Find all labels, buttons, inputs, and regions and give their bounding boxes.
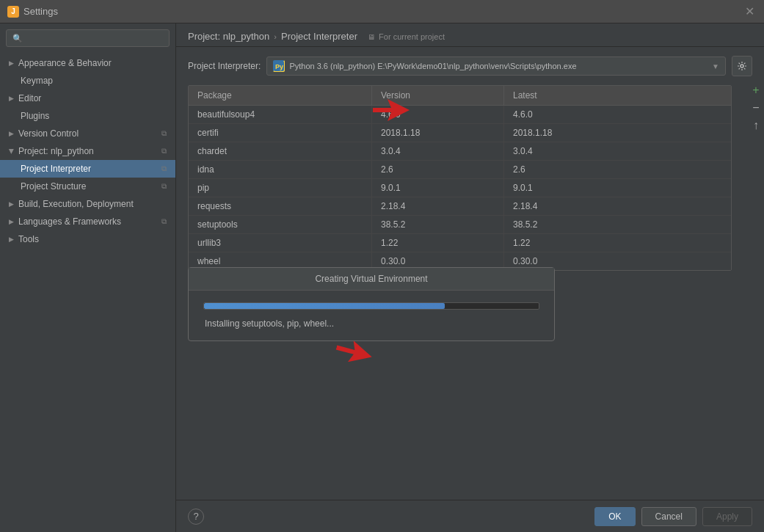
package-latest: 9.0.1 [504,179,731,197]
package-name: idna [189,161,372,178]
sidebar-label: Languages & Frameworks [18,216,121,227]
python-icon: Py [273,60,285,72]
table-row[interactable]: beautifulsoup44.6.04.6.0 [189,106,731,124]
table-header: Package Version Latest [189,86,731,106]
window-title: Settings [23,6,58,17]
package-name: beautifulsoup4 [189,106,372,123]
main-layout: 🔍 ▶ Appearance & Behavior Keymap ▶ Edito… [0,23,764,532]
table-row[interactable]: requests2.18.42.18.4 [189,197,731,216]
package-latest: 2.6 [504,161,731,178]
package-name: urllib3 [189,234,372,252]
package-version: 38.5.2 [372,216,504,233]
venv-status-text: Installing setuptools, pip, wheel... [203,318,539,329]
package-version: 9.0.1 [372,179,504,197]
table-row[interactable]: setuptools38.5.238.5.2 [189,216,731,234]
help-button[interactable]: ? [188,509,204,525]
table-row[interactable]: idna2.62.6 [189,161,731,179]
table-row[interactable]: pip9.0.19.0.1 [189,179,731,197]
table-row[interactable]: chardet3.0.43.0.4 [189,142,731,161]
package-latest: 2.18.4 [504,197,731,215]
search-input[interactable] [27,33,163,43]
sidebar-label: Build, Execution, Deployment [18,199,134,209]
sidebar-label: Plugins [21,111,49,121]
package-latest: 1.22 [504,234,731,252]
table-body: beautifulsoup44.6.04.6.0certifi2018.1.18… [189,106,731,270]
sidebar-item-languages[interactable]: ▶ Languages & Frameworks ⧉ [0,213,175,230]
package-latest: 3.0.4 [504,142,731,160]
sidebar-item-editor[interactable]: ▶ Editor [0,90,175,107]
col-package: Package [189,86,372,105]
sidebar-label: Version Control [18,128,79,139]
sidebar-label: Editor [18,93,41,103]
add-package-button[interactable]: + [748,82,764,98]
col-latest: Latest [504,86,731,105]
interpreter-row: Project Interpreter: Py Python 3.6 (nlp_… [188,56,752,76]
sidebar-label: Keymap [21,76,53,86]
package-name: requests [189,197,372,215]
sidebar-label: Tools [18,234,39,244]
bottom-actions: OK Cancel Apply [594,507,752,526]
venv-dialog-title: Creating Virtual Environment [189,268,554,291]
sidebar-item-project-structure[interactable]: Project Structure ⧉ [0,178,175,195]
expand-icon: ▶ [8,149,15,154]
package-latest: 2018.1.18 [504,124,731,142]
package-version: 2018.1.18 [372,124,504,142]
package-name: certifi [189,124,372,142]
ok-button[interactable]: OK [594,507,635,526]
table-row[interactable]: certifi2018.1.182018.1.18 [189,124,731,142]
apply-button: Apply [702,507,752,526]
remove-package-button[interactable]: − [748,100,764,116]
sidebar-item-project-nlp[interactable]: ▶ Project: nlp_python ⧉ [0,142,175,160]
expand-icon: ▶ [9,130,14,137]
badge-icon: 🖥 [368,33,375,41]
table-row[interactable]: urllib31.221.22 [189,234,731,252]
table-action-buttons: + − ↑ [748,82,764,134]
search-box[interactable]: 🔍 [6,29,170,47]
sidebar-item-project-interpreter[interactable]: Project Interpreter ⧉ [0,160,175,178]
svg-point-3 [741,65,743,68]
interpreter-settings-button[interactable] [732,56,752,76]
sidebar-label: Project Interpreter [21,164,91,174]
sidebar-item-version-control[interactable]: ▶ Version Control ⧉ [0,125,175,142]
venv-dialog: Creating Virtual Environment Installing … [188,267,555,341]
cancel-button[interactable]: Cancel [641,507,696,526]
bottom-bar: ? OK Cancel Apply [176,500,764,532]
content-body: Project Interpreter: Py Python 3.6 (nlp_… [176,47,764,500]
package-version: 2.18.4 [372,197,504,215]
sidebar-item-tools[interactable]: ▶ Tools [0,230,175,248]
sidebar-item-appearance[interactable]: ▶ Appearance & Behavior [0,54,175,72]
copy-icon: ⧉ [161,147,167,156]
sidebar-item-plugins[interactable]: Plugins [0,107,175,125]
package-version: 3.0.4 [372,142,504,160]
package-name: chardet [189,142,372,160]
interpreter-label: Project Interpreter: [188,61,261,71]
progress-bar-fill [204,303,445,309]
expand-icon: ▶ [9,59,14,67]
search-icon: 🔍 [12,34,23,43]
copy-icon: ⧉ [161,182,167,191]
package-version: 4.6.0 [372,106,504,123]
svg-marker-4 [334,337,375,368]
copy-icon: ⧉ [161,129,167,138]
copy-icon: ⧉ [161,164,167,173]
content-area: Project: nlp_python › Project Interprete… [176,23,764,532]
sidebar-label: Project: nlp_python [18,146,94,156]
breadcrumb-project: Project: nlp_python [188,31,269,42]
chevron-down-icon: ▼ [712,62,719,70]
app-icon: J [7,6,19,18]
title-bar: J Settings ✕ [0,0,764,23]
package-version: 1.22 [372,234,504,252]
close-button[interactable]: ✕ [742,4,757,19]
upgrade-package-button[interactable]: ↑ [748,117,764,134]
expand-icon: ▶ [9,95,14,102]
interpreter-dropdown[interactable]: Py Python 3.6 (nlp_python) E:\PyWork\dem… [266,57,726,76]
col-version: Version [372,86,504,105]
sidebar-label: Appearance & Behavior [18,58,112,68]
venv-dialog-body: Installing setuptools, pip, wheel... [189,291,554,340]
package-name: pip [189,179,372,197]
sidebar-item-build-execution[interactable]: ▶ Build, Execution, Deployment [0,195,175,213]
interpreter-value: Python 3.6 (nlp_python) E:\PyWork\demo01… [289,62,707,70]
package-latest: 38.5.2 [504,216,731,233]
progress-bar-container [203,302,539,310]
sidebar-item-keymap[interactable]: Keymap [0,72,175,90]
